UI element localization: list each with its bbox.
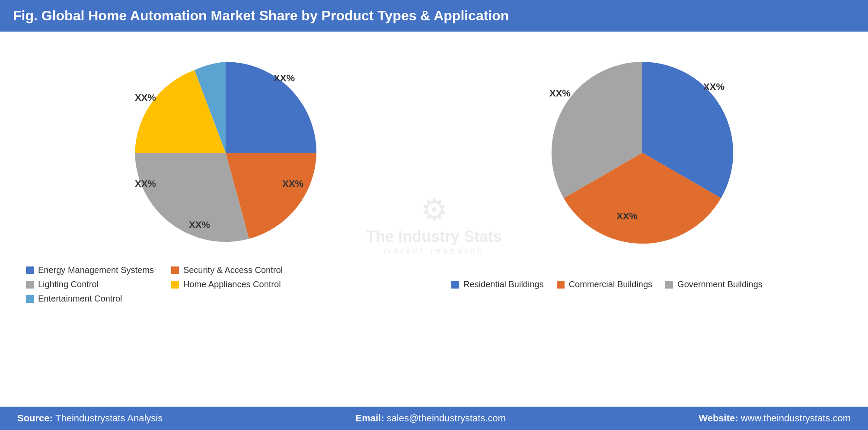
left-label-energy: XX% bbox=[274, 73, 295, 84]
legend-label-lighting: Lighting Control bbox=[38, 279, 99, 289]
footer-website-label: Website: bbox=[699, 413, 740, 424]
left-pie-wrapper: XX% XX% XX% XX% XX% bbox=[122, 49, 329, 257]
footer-email-value: sales@theindustrystats.com bbox=[387, 413, 506, 424]
footer-email-label: Email: bbox=[355, 413, 386, 424]
right-legend-col: Residential Buildings Commercial Buildin… bbox=[451, 265, 763, 304]
footer-source-value: Theindustrystats Analysis bbox=[55, 413, 163, 424]
legend-item-lighting: Lighting Control bbox=[26, 279, 154, 289]
legend-color-government bbox=[665, 281, 673, 289]
page-title: Fig. Global Home Automation Market Share… bbox=[13, 8, 509, 23]
legend-label-energy: Energy Management Systems bbox=[38, 265, 154, 275]
legend-color-appliances bbox=[171, 281, 179, 289]
legend-label-commercial: Commercial Buildings bbox=[569, 279, 652, 289]
left-pie-chart bbox=[122, 49, 329, 257]
footer-website: Website: www.theindustrystats.com bbox=[699, 413, 851, 424]
legend-label-appliances: Home Appliances Control bbox=[183, 279, 281, 289]
right-label-government: XX% bbox=[549, 88, 571, 99]
legend-color-residential bbox=[451, 281, 459, 289]
legend-color-security bbox=[171, 266, 179, 274]
legend-color-lighting bbox=[26, 281, 34, 289]
right-chart-container: XX% XX% XX% bbox=[443, 49, 842, 257]
legend-color-entertainment bbox=[26, 295, 34, 303]
left-label-security: XX% bbox=[282, 178, 303, 189]
legend-item-security: Security & Access Control bbox=[171, 265, 283, 275]
right-pie-chart bbox=[539, 49, 746, 257]
right-label-residential: XX% bbox=[703, 81, 724, 93]
left-legend-col2: Security & Access Control Home Appliance… bbox=[171, 265, 283, 304]
footer-bar: Source: Theindustrystats Analysis Email:… bbox=[0, 407, 868, 430]
legend-label-entertainment: Entertainment Control bbox=[38, 294, 122, 304]
main-content: ⚙ The Industry Stats market research XX%… bbox=[0, 32, 868, 430]
legend-label-security: Security & Access Control bbox=[183, 265, 283, 275]
legend-item-entertainment: Entertainment Control bbox=[26, 294, 154, 304]
left-legend-col1: Energy Management Systems Lighting Contr… bbox=[26, 265, 154, 304]
charts-area: ⚙ The Industry Stats market research XX%… bbox=[0, 40, 868, 407]
left-label-appliances: XX% bbox=[135, 178, 156, 189]
header-bar: Fig. Global Home Automation Market Share… bbox=[0, 0, 868, 32]
footer-website-value: www.theindustrystats.com bbox=[741, 413, 851, 424]
footer-source: Source: Theindustrystats Analysis bbox=[17, 413, 163, 424]
charts-row: XX% XX% XX% XX% XX% bbox=[0, 40, 868, 261]
legend-color-energy bbox=[26, 266, 34, 274]
left-label-entertainment: XX% bbox=[135, 92, 156, 103]
left-legend: Energy Management Systems Lighting Contr… bbox=[26, 265, 417, 304]
right-legend: Residential Buildings Commercial Buildin… bbox=[451, 265, 842, 304]
right-label-commercial: XX% bbox=[616, 211, 638, 222]
legend-item-energy: Energy Management Systems bbox=[26, 265, 154, 275]
footer-source-label: Source: bbox=[17, 413, 55, 424]
legend-label-government: Government Buildings bbox=[677, 279, 763, 289]
legend-row: Energy Management Systems Lighting Contr… bbox=[0, 261, 868, 304]
left-label-lighting: XX% bbox=[189, 219, 210, 231]
footer-email: Email: sales@theindustrystats.com bbox=[355, 413, 506, 424]
right-pie-wrapper: XX% XX% XX% bbox=[539, 49, 746, 257]
legend-color-commercial bbox=[557, 281, 565, 289]
legend-item-residential: Residential Buildings bbox=[451, 279, 544, 289]
legend-item-government: Government Buildings bbox=[665, 279, 763, 289]
left-chart-container: XX% XX% XX% XX% XX% bbox=[26, 49, 425, 257]
legend-item-commercial: Commercial Buildings bbox=[557, 279, 652, 289]
legend-label-residential: Residential Buildings bbox=[463, 279, 544, 289]
page-wrapper: Fig. Global Home Automation Market Share… bbox=[0, 0, 868, 430]
legend-item-appliances: Home Appliances Control bbox=[171, 279, 283, 289]
